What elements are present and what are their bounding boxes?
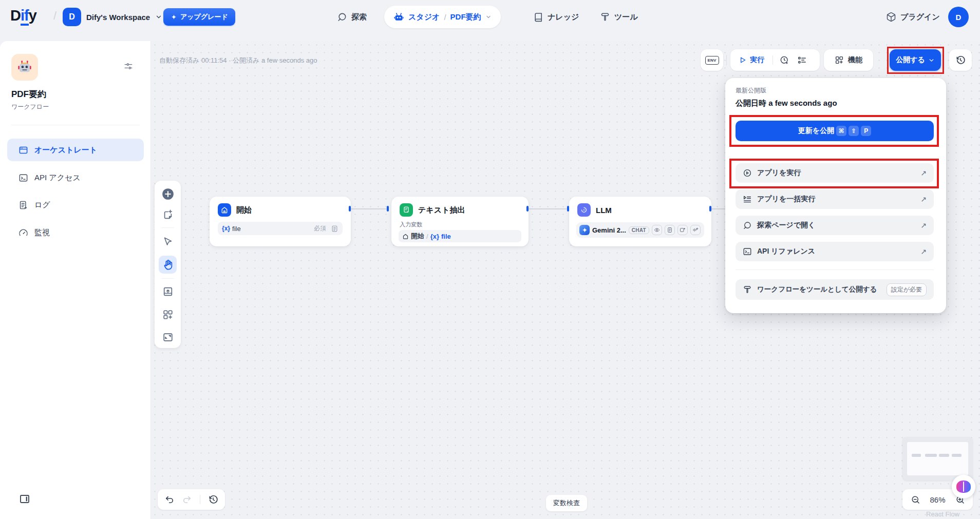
- minimap-node: [925, 454, 937, 457]
- workspace-selector[interactable]: D Dify's Workspace: [63, 8, 162, 26]
- minimap-node: [952, 454, 962, 457]
- config-required-badge: 設定が必要: [887, 283, 927, 296]
- reactflow-attribution[interactable]: React Flow: [926, 510, 959, 518]
- tool-hammer-icon: [743, 285, 752, 294]
- upgrade-label: アップグレード: [180, 12, 228, 22]
- workspace-avatar: D: [63, 8, 81, 26]
- features-label: 機能: [848, 55, 862, 65]
- top-header: Dify / D Dify's Workspace アップグレード 探索 スタジ…: [0, 0, 980, 41]
- model-selector-row[interactable]: Gemini 2... CHAT: [576, 222, 704, 238]
- edge-handle: [526, 206, 529, 212]
- redo-button[interactable]: [180, 492, 194, 507]
- audio-capability-icon: [690, 225, 701, 235]
- variable-icon: {x}: [222, 225, 230, 232]
- run-button-group: 実行: [730, 49, 820, 71]
- variable-inspect-icon[interactable]: [794, 52, 810, 68]
- external-arrow-icon: ↗: [920, 221, 927, 229]
- variable-name: file: [232, 225, 241, 233]
- run-label: 実行: [750, 55, 764, 65]
- minimap[interactable]: [902, 437, 973, 480]
- node-text-extract[interactable]: テキスト抽出 入力変数 開始 / {x} file: [391, 197, 529, 246]
- dify-workflow-app: 自動保存済み 00:11:54 · 公開済み a few seconds ago…: [0, 0, 980, 519]
- chat-mode-badge: CHAT: [629, 226, 649, 234]
- autosave-status: 自動保存済み 00:11:54 · 公開済み a few seconds ago: [159, 56, 317, 65]
- menu-item-open-explore[interactable]: 探索ページで開く ↗: [736, 216, 934, 235]
- nav-knowledge[interactable]: ナレッジ: [533, 0, 579, 34]
- minimap-node: [912, 454, 921, 457]
- app-robot-icon[interactable]: [11, 54, 38, 81]
- edge-extract-llm: [529, 208, 567, 209]
- sidebar-item-logs[interactable]: ログ: [7, 194, 144, 216]
- run-history-icon[interactable]: [776, 52, 793, 68]
- sidebar-item-monitoring[interactable]: 監視: [7, 221, 144, 244]
- node-title: テキスト抽出: [418, 205, 465, 215]
- sidebar-item-api-access[interactable]: API アクセス: [7, 166, 144, 189]
- tool-hammer-icon: [600, 12, 610, 22]
- zoom-level[interactable]: 86%: [930, 495, 945, 504]
- divider: [200, 495, 200, 504]
- node-llm[interactable]: LLM Gemini 2... CHAT: [569, 197, 711, 246]
- organize-blocks-button[interactable]: [159, 305, 177, 323]
- fit-view-button[interactable]: [159, 328, 177, 346]
- upgrade-button[interactable]: アップグレード: [163, 8, 235, 26]
- minimap-viewport: [907, 442, 968, 475]
- features-button[interactable]: 機能: [824, 49, 873, 71]
- latest-version-label: 最新公開版: [736, 86, 766, 95]
- publish-button[interactable]: 公開する: [890, 49, 941, 71]
- publish-label: 公開する: [896, 55, 925, 65]
- add-note-button[interactable]: [159, 205, 177, 223]
- hand-mode-button[interactable]: [159, 256, 177, 274]
- run-button[interactable]: 実行: [733, 52, 769, 68]
- sidebar-item-orchestrate[interactable]: オーケストレート: [7, 139, 144, 161]
- edge-handle: [567, 206, 569, 212]
- user-avatar[interactable]: D: [948, 7, 969, 27]
- home-icon: [218, 203, 231, 217]
- undo-button[interactable]: [163, 492, 176, 507]
- dify-logo[interactable]: Dify: [10, 7, 36, 24]
- pointer-mode-button[interactable]: [159, 233, 177, 251]
- input-vars-label: 入力変数: [400, 221, 520, 228]
- external-arrow-icon: ↗: [920, 169, 927, 177]
- env-variables-button[interactable]: ENV: [701, 49, 723, 71]
- nav-tools[interactable]: ツール: [600, 0, 638, 34]
- nav-label: ツール: [614, 12, 638, 22]
- orchestrate-window-icon: [18, 145, 28, 155]
- edge-handle: [709, 206, 711, 212]
- external-arrow-icon: ↗: [920, 195, 927, 203]
- menu-item-batch-run-app[interactable]: アプリを一括実行 ↗: [736, 189, 934, 209]
- zoom-out-button[interactable]: [909, 493, 922, 506]
- nav-studio-label[interactable]: スタジオ: [408, 12, 440, 22]
- menu-item-label: アプリを実行: [757, 168, 801, 178]
- publish-update-label: 更新を公開: [798, 126, 834, 136]
- variable-check-button[interactable]: 変数検査: [546, 495, 587, 511]
- text-extract-icon: [400, 203, 413, 217]
- gauge-icon: [18, 228, 28, 238]
- node-title: LLM: [596, 206, 612, 215]
- node-start[interactable]: 開始 {x} file 必須: [210, 197, 351, 246]
- menu-item-publish-as-tool[interactable]: ワークフローをツールとして公開する 設定が必要: [736, 279, 934, 300]
- nav-explore[interactable]: 探索: [337, 0, 367, 34]
- terminal-icon: [18, 173, 28, 183]
- publish-update-button[interactable]: 更新を公開 ⌘ ⇧ P: [736, 121, 934, 141]
- nav-studio-breadcrumb[interactable]: スタジオ / PDF要約: [384, 6, 501, 28]
- add-node-button[interactable]: [159, 185, 177, 203]
- nav-plugins[interactable]: プラグイン: [886, 0, 940, 34]
- app-settings-icon[interactable]: [124, 62, 133, 71]
- canvas-tool-palette: [155, 181, 181, 348]
- extension-brain-badge[interactable]: [952, 475, 975, 498]
- version-history-button[interactable]: [949, 49, 972, 71]
- menu-item-run-app[interactable]: アプリを実行 ↗: [736, 163, 934, 183]
- collapse-sidebar-icon[interactable]: [18, 493, 31, 505]
- change-history-button[interactable]: [206, 492, 220, 507]
- ref-separator: /: [426, 233, 428, 240]
- menu-item-label: 探索ページで開く: [757, 221, 815, 230]
- current-app-name[interactable]: PDF要約: [450, 12, 481, 22]
- llm-icon: [577, 203, 591, 217]
- variable-icon: {x}: [430, 233, 439, 240]
- nav-label: ナレッジ: [548, 12, 579, 22]
- history-icon: [955, 55, 966, 65]
- export-image-button[interactable]: [159, 282, 177, 300]
- edge-start-extract: [351, 208, 387, 209]
- input-variable-chip: 開始 / {x} file: [399, 230, 521, 242]
- menu-item-api-reference[interactable]: API リファレンス ↗: [736, 242, 934, 261]
